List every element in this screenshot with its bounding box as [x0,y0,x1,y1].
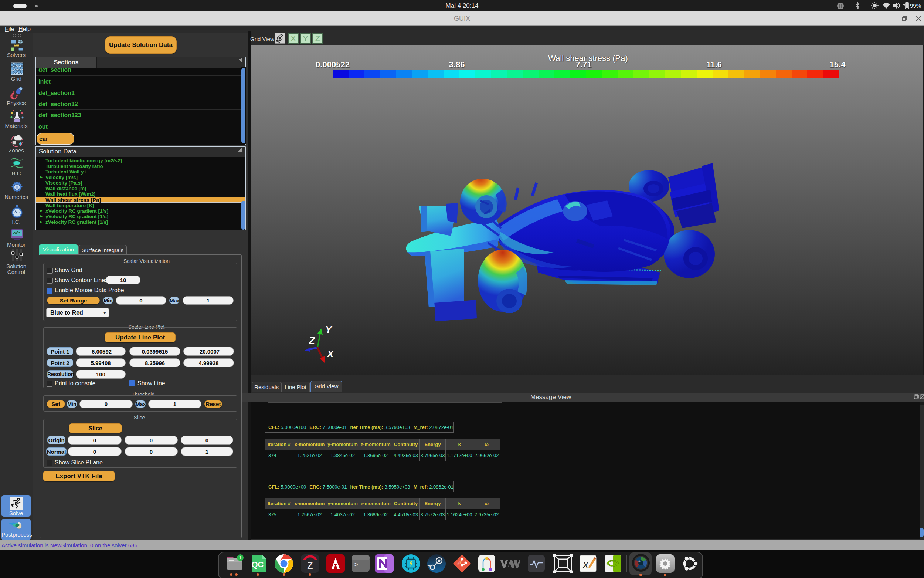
svg-text:x: x [583,559,588,570]
svg-text:Z: Z [309,335,315,346]
svg-text:Z: Z [307,560,313,571]
svg-text:X: X [326,348,334,359]
svg-text:>_: >_ [354,561,361,568]
svg-text:Y: Y [325,324,333,335]
svg-text:1: 1 [239,555,242,560]
svg-text:QC: QC [252,560,264,569]
